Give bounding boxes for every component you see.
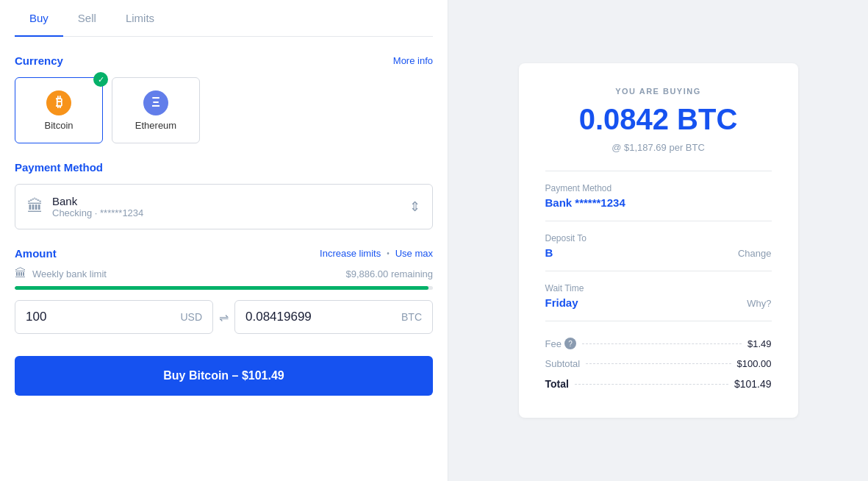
payment-section-header: Payment Method xyxy=(15,161,433,174)
usd-input-box[interactable]: USD xyxy=(15,300,213,334)
eth-icon: Ξ xyxy=(143,90,168,115)
deposit-change-link[interactable]: Change xyxy=(738,248,772,259)
tab-sell[interactable]: Sell xyxy=(63,0,111,36)
why-link[interactable]: Why? xyxy=(747,298,771,309)
total-dots xyxy=(575,384,728,385)
btc-label: Bitcoin xyxy=(44,120,73,131)
fee-amount: $1.49 xyxy=(747,338,772,349)
limit-remaining: $9,886.00 remaining xyxy=(345,268,433,279)
btc-currency-label: BTC xyxy=(401,311,422,323)
btc-icon: ₿ xyxy=(46,90,71,115)
fee-info-icon[interactable]: ? xyxy=(564,338,576,349)
usd-amount-input[interactable] xyxy=(26,310,180,324)
payment-method-summary-label: Payment Method xyxy=(545,183,772,193)
deposit-to-label: Deposit To xyxy=(545,233,772,243)
limit-row: 🏛 Weekly bank limit $9,886.00 remaining xyxy=(15,267,433,280)
fee-dots xyxy=(582,343,742,344)
right-panel: YOU ARE BUYING 0.0842 BTC @ $1,187.69 pe… xyxy=(448,0,868,481)
payment-method-box[interactable]: 🏛 Bank Checking · ******1234 ⇕ xyxy=(15,184,433,229)
payment-title: Payment Method xyxy=(15,161,103,174)
wait-time-row-flex: Friday Why? xyxy=(545,296,772,309)
buy-button[interactable]: Buy Bitcoin – $101.49 xyxy=(15,356,433,396)
payment-chevron-icon[interactable]: ⇕ xyxy=(409,199,420,215)
limit-progress-fill xyxy=(15,286,428,290)
increase-limits-link[interactable]: Increase limits xyxy=(320,248,381,259)
left-panel: Buy Sell Limits Currency More info ✓ ₿ B… xyxy=(0,0,448,481)
subtotal-row: Subtotal $100.00 xyxy=(545,354,772,374)
total-label: Total xyxy=(545,378,569,390)
btc-amount-input[interactable] xyxy=(245,310,401,324)
payment-section: Payment Method 🏛 Bank Checking · ******1… xyxy=(15,161,433,229)
tabs-bar: Buy Sell Limits xyxy=(15,0,433,37)
tab-buy[interactable]: Buy xyxy=(15,0,63,36)
deposit-to-row: Deposit To B Change xyxy=(545,233,772,259)
divider-4 xyxy=(545,321,772,321)
bank-icon: 🏛 xyxy=(27,197,43,216)
amount-links: Increase limits • Use max xyxy=(320,248,433,259)
summary-rate: @ $1,187.69 per BTC xyxy=(545,142,772,153)
wait-time-label: Wait Time xyxy=(545,283,772,293)
total-amount: $101.49 xyxy=(734,378,772,390)
divider-2 xyxy=(545,221,772,221)
subtotal-label: Subtotal xyxy=(545,358,581,369)
limit-label: Weekly bank limit xyxy=(32,268,340,279)
summary-card: YOU ARE BUYING 0.0842 BTC @ $1,187.69 pe… xyxy=(519,63,798,418)
currency-card-eth[interactable]: Ξ Ethereum xyxy=(112,77,200,143)
payment-method-summary-value: Bank ******1234 xyxy=(545,196,772,209)
deposit-to-row-flex: B Change xyxy=(545,246,772,259)
payment-method-row: Payment Method Bank ******1234 xyxy=(545,183,772,209)
eth-label: Ethereum xyxy=(135,120,176,131)
fee-text: Fee xyxy=(545,338,562,349)
btc-input-box[interactable]: BTC xyxy=(234,300,433,334)
bank-detail: Checking · ******1234 xyxy=(52,207,143,218)
limit-progress-bar xyxy=(15,286,433,290)
selected-check-icon: ✓ xyxy=(93,72,108,87)
currency-cards: ✓ ₿ Bitcoin Ξ Ethereum xyxy=(15,77,433,143)
deposit-to-value: B xyxy=(545,246,553,259)
total-row: Total $101.49 xyxy=(545,374,772,394)
currency-title: Currency xyxy=(15,54,63,67)
more-info-link[interactable]: More info xyxy=(393,55,433,66)
payment-info: Bank Checking · ******1234 xyxy=(52,195,143,218)
amount-title: Amount xyxy=(15,247,57,260)
fee-label: Fee ? xyxy=(545,338,576,349)
divider-1 xyxy=(545,171,772,171)
amount-section: Amount Increase limits • Use max 🏛 Weekl… xyxy=(15,247,433,334)
amount-header: Amount Increase limits • Use max xyxy=(15,247,433,260)
fee-row: Fee ? $1.49 xyxy=(545,333,772,354)
usd-currency-label: USD xyxy=(180,311,202,323)
currency-card-btc[interactable]: ✓ ₿ Bitcoin xyxy=(15,77,103,143)
wait-time-row: Wait Time Friday Why? xyxy=(545,283,772,309)
summary-btc-amount: 0.0842 BTC xyxy=(545,103,772,136)
subtotal-dots xyxy=(586,363,731,364)
bank-limit-icon: 🏛 xyxy=(15,267,26,280)
amount-input-row: USD ⇌ BTC xyxy=(15,300,433,334)
dot-separator: • xyxy=(387,249,390,257)
you-are-buying-label: YOU ARE BUYING xyxy=(545,87,772,96)
wait-time-value: Friday xyxy=(545,296,578,309)
divider-3 xyxy=(545,271,772,271)
currency-section-header: Currency More info xyxy=(15,54,433,67)
swap-currencies-icon[interactable]: ⇌ xyxy=(219,310,229,324)
subtotal-amount: $100.00 xyxy=(737,358,772,369)
bank-name: Bank xyxy=(52,195,143,207)
tab-limits[interactable]: Limits xyxy=(111,0,169,36)
use-max-link[interactable]: Use max xyxy=(395,248,433,259)
fee-section: Fee ? $1.49 Subtotal $100.00 Total $101.… xyxy=(545,333,772,394)
payment-left: 🏛 Bank Checking · ******1234 xyxy=(27,195,143,218)
